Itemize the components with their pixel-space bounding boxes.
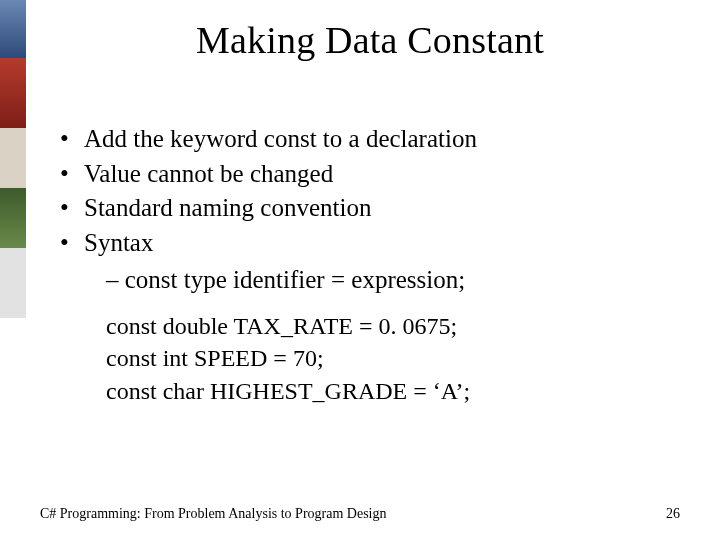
- code-line: const int SPEED = 70;: [106, 342, 680, 374]
- code-line: const char HIGHEST_GRADE = ‘A’;: [106, 375, 680, 407]
- page-number: 26: [666, 506, 680, 522]
- slide-title: Making Data Constant: [60, 18, 680, 62]
- bullet-list: Add the keyword const to a declaration V…: [60, 122, 680, 260]
- bullet-item: Value cannot be changed: [60, 157, 680, 192]
- bullet-item: Add the keyword const to a declaration: [60, 122, 680, 157]
- code-line: const double TAX_RATE = 0. 0675;: [106, 310, 680, 342]
- footer: C# Programming: From Problem Analysis to…: [40, 506, 680, 522]
- bullet-item: Standard naming convention: [60, 191, 680, 226]
- bullet-item: Syntax: [60, 226, 680, 261]
- slide-body: Making Data Constant Add the keyword con…: [0, 0, 720, 540]
- sub-bullet: – const type identifier = expression;: [106, 266, 680, 294]
- footer-text: C# Programming: From Problem Analysis to…: [40, 506, 387, 521]
- code-example: const double TAX_RATE = 0. 0675; const i…: [106, 310, 680, 407]
